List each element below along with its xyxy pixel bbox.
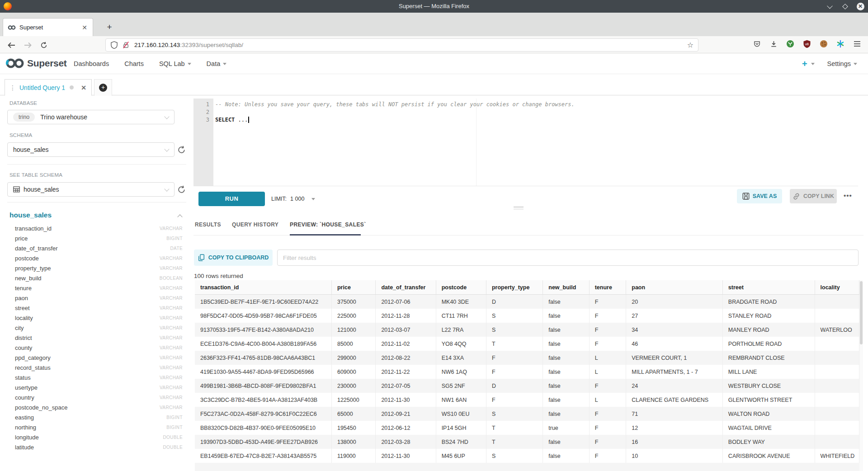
table-header-cell[interactable]: postcode — [436, 280, 486, 294]
reload-button[interactable] — [38, 39, 50, 51]
editor-gutter: 1 2 3 — [193, 99, 213, 186]
forward-button[interactable] — [22, 39, 33, 51]
maximize-button[interactable] — [841, 2, 849, 10]
table-schema-label: SEE TABLE SCHEMA — [9, 172, 62, 178]
schema-column-list: transaction_idVARCHARpriceBIGINTdate_of_… — [0, 223, 193, 452]
table-header-cell[interactable]: paon — [626, 280, 723, 294]
url-bar[interactable]: 217.160.120.143:32393/superset/sqllab/ ☆ — [105, 38, 698, 52]
column-name: easting — [15, 414, 166, 421]
run-button[interactable]: RUN — [198, 192, 265, 206]
table-header-cell[interactable]: date_of_transfer — [376, 280, 436, 294]
table-cell: F — [590, 379, 627, 393]
download-icon — [770, 40, 778, 48]
table-header-cell[interactable]: transaction_id — [195, 280, 332, 294]
query-tab-active[interactable]: ⋮ Untitled Query 1 ✕ — [5, 79, 92, 96]
table-cell: 85000 — [332, 337, 376, 351]
table-cell: 2012-11-02 — [376, 337, 436, 351]
column-name: ppd_category — [15, 354, 160, 361]
copy-link-button[interactable]: COPY LINK — [790, 189, 837, 203]
asterisk-extension-button[interactable] — [836, 39, 845, 48]
table-cell: IP14 5GH — [436, 421, 486, 435]
menu-button[interactable] — [853, 39, 862, 48]
table-header-cell[interactable]: street — [723, 280, 815, 294]
minimize-button[interactable] — [826, 2, 834, 10]
column-name: street — [15, 305, 160, 311]
window-controls: ✕ — [826, 0, 864, 13]
table-header-cell[interactable]: new_build — [543, 280, 589, 294]
downloads-button[interactable] — [769, 39, 778, 48]
results-tabs: RESULTS QUERY HISTORY PREVIEW: `HOUSE_SA… — [193, 216, 863, 236]
bookmark-star-icon[interactable]: ☆ — [687, 41, 693, 49]
table-cell: WAGTAIL DRIVE — [723, 421, 815, 435]
column-type: VARCHAR — [160, 345, 183, 350]
table-header-cell[interactable]: property_type — [486, 280, 543, 294]
nav-item-charts[interactable]: Charts — [124, 60, 144, 67]
tab-preview-house-sales[interactable]: PREVIEW: `HOUSE_SALES` — [290, 221, 366, 228]
table-cell: MILL APARTMENTS, 1 - 7 — [626, 365, 723, 379]
table-cell: CARISBROOK AVENUE — [723, 449, 815, 463]
schema-select[interactable]: house_sales — [7, 142, 175, 157]
chevron-down-icon — [164, 146, 169, 151]
filter-results-input[interactable] — [277, 250, 859, 266]
reload-icon — [40, 42, 47, 49]
table-cell — [815, 365, 859, 379]
table-schema-select[interactable]: house_sales — [7, 182, 175, 197]
pane-resize-handle[interactable] — [514, 207, 524, 211]
column-name: record_status — [15, 364, 160, 371]
add-query-tab-button[interactable]: + — [94, 79, 112, 96]
column-type: BIGINT — [166, 415, 183, 420]
table-cell: 138000 — [332, 435, 376, 449]
table-icon — [13, 186, 20, 193]
scrollbar-thumb[interactable] — [860, 281, 863, 344]
limit-dropdown[interactable]: LIMIT: 1 000 — [271, 192, 315, 206]
active-tab-underline — [290, 234, 361, 236]
settings-menu[interactable]: Settings — [827, 60, 857, 67]
tab-close-icon[interactable]: ✕ — [81, 24, 88, 31]
new-item-button[interactable]: + — [802, 59, 807, 69]
table-name-heading[interactable]: house_sales — [9, 211, 52, 219]
more-options-button[interactable]: ••• — [844, 192, 852, 199]
table-cell — [815, 337, 859, 351]
copy-to-clipboard-button[interactable]: COPY TO CLIPBOARD — [194, 250, 273, 266]
table-header-cell[interactable]: locality — [815, 280, 859, 294]
nav-item-dashboards[interactable]: Dashboards — [74, 60, 109, 67]
table-cell: 2636F323-FF41-4765-81DB-98CAA6A43BC1 — [195, 351, 332, 365]
table-header-cell[interactable]: price — [332, 280, 376, 294]
browser-tab-superset[interactable]: Superset ✕ — [3, 18, 93, 36]
nav-item-data[interactable]: Data — [207, 60, 227, 67]
column-name: county — [15, 344, 160, 351]
tab-results[interactable]: RESULTS — [195, 221, 221, 228]
table-cell: MANLEY ROAD — [723, 323, 815, 337]
pocket-button[interactable] — [752, 39, 761, 48]
table-cell: 20 — [626, 295, 723, 309]
refresh-table-button[interactable] — [177, 185, 186, 194]
tab-query-history[interactable]: QUERY HISTORY — [232, 221, 278, 228]
back-button[interactable] — [5, 39, 17, 51]
new-tab-button[interactable]: + — [103, 21, 116, 33]
sql-editor[interactable]: 1 2 3 -- Note: Unless you save your quer… — [193, 99, 858, 186]
table-header-cell[interactable]: tenure — [590, 280, 627, 294]
table-cell: NW1 6AN — [436, 393, 486, 407]
refresh-schema-button[interactable] — [177, 146, 186, 155]
drag-handle-icon[interactable]: ⋮ — [9, 84, 16, 91]
cookie-extension-button[interactable] — [819, 39, 828, 48]
table-cell: false — [543, 365, 589, 379]
table-scrollbar[interactable] — [859, 280, 863, 471]
nav-item-sql-lab[interactable]: SQL Lab — [159, 60, 191, 67]
database-select[interactable]: trino Trino warehouse — [7, 110, 175, 124]
superset-brand[interactable]: Superset — [5, 57, 66, 70]
nav-right: + Settings — [802, 53, 857, 74]
column-type: VARCHAR — [160, 256, 183, 261]
query-tab-close-icon[interactable]: ✕ — [81, 84, 86, 91]
ublock-button[interactable]: uB — [802, 39, 811, 48]
table-cell: F — [486, 351, 543, 365]
table-row: 2636F323-FF41-4765-81DB-98CAA6A43BC12990… — [195, 351, 859, 365]
table-cell: F — [590, 323, 627, 337]
extension-green-button[interactable] — [786, 39, 795, 48]
table-cell: 193907D3-5DBD-453D-A49E-9FEE27DAB926 — [195, 435, 332, 449]
close-button[interactable]: ✕ — [856, 2, 864, 10]
chevron-down-icon — [311, 198, 315, 200]
collapse-table-icon[interactable] — [177, 214, 182, 219]
schema-column-row: transaction_idVARCHAR — [0, 223, 193, 233]
save-as-button[interactable]: SAVE AS — [737, 189, 782, 203]
